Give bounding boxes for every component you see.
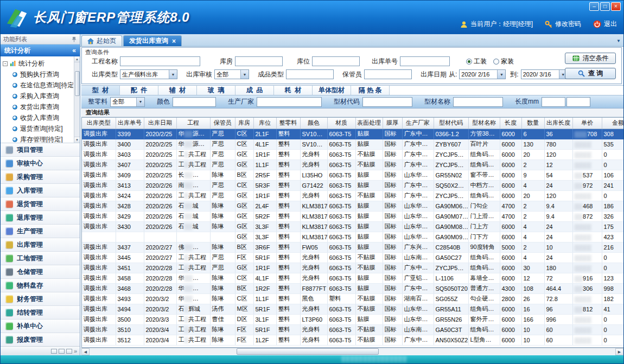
tree-item[interactable]: 预购执行查询	[3, 69, 73, 80]
column-header-3[interactable]: 出库日期	[144, 118, 176, 129]
sidebar-item-scrap[interactable]: 报废管理	[1, 333, 80, 346]
scroll-left-icon[interactable]: ◀	[81, 348, 90, 355]
date-to-picker[interactable]: 2020/ 3/16 ▼	[521, 69, 568, 79]
table-row[interactable]: 调拨出库34682020/2/28华▒▒…陈琳B区1R2F整料F8877FT60…	[82, 283, 623, 293]
table-row[interactable]: 调拨出库34452020/2/27工▒共工程严思F区5R1F整料光身料6063-…	[82, 252, 623, 263]
length-min-input[interactable]	[542, 97, 565, 107]
scrollbar-thumb[interactable]	[237, 348, 379, 355]
table-row[interactable]: 调拨出库34582020/2/28华▒▒…陈琳C区4L1F整料光身料6063-T…	[82, 273, 623, 283]
sidebar-item-return-goods[interactable]: 退货管理	[1, 197, 80, 211]
logout-button[interactable]: 退出	[604, 20, 617, 29]
sidebar-item-project[interactable]: 项目管理	[1, 143, 80, 157]
sidebar-item-finance[interactable]: 财务管理	[1, 292, 80, 306]
sidebar-item-warehouse[interactable]: 仓储管理	[1, 265, 80, 279]
warehouse-input[interactable]	[235, 56, 283, 66]
horizontal-scrollbar[interactable]: ◀ ▶	[81, 348, 623, 355]
table-row[interactable]: 调拨出库33992020/2/25华▒▒源…严思C区2L1F整料SV10…606…	[82, 129, 623, 139]
column-header-11[interactable]: 表面处理	[355, 118, 383, 129]
column-header-8[interactable]: 整零料	[276, 118, 300, 129]
table-row[interactable]: 调拨出库34132020/2/26南▒▒…严思C区5R3F整料G71422606…	[82, 180, 623, 190]
close-button[interactable]: ×	[611, 2, 621, 11]
audit-select[interactable]: 全部 ▼	[214, 69, 249, 79]
table-row[interactable]: 调拨出库34092020/2/25长▒▒…陈琳B区2R5F整料LI35HO606…	[82, 170, 623, 180]
sidebar-item-outbound[interactable]: 出库管理	[1, 238, 80, 252]
column-header-18[interactable]: 出库长度	[544, 118, 572, 129]
table-row[interactable]: 调拨出库34282020/2/26石▒▒城陈琳G区2L4F整料KLM381760…	[82, 201, 623, 211]
tree-item[interactable]: 收货入库查询	[3, 112, 73, 123]
sidebar-item-purchase[interactable]: 采购管理	[1, 170, 80, 184]
tab-start-page[interactable]: 起始页	[81, 35, 122, 46]
clear-conditions-button[interactable]: 清空条件	[565, 53, 616, 64]
color-input[interactable]	[173, 97, 216, 107]
column-header-12[interactable]: 膜厚	[383, 118, 402, 129]
tree-item[interactable]: 库存管理[待定]	[3, 134, 73, 143]
scrollbar-track[interactable]	[90, 348, 615, 355]
radio-gongzhuang[interactable]: 工装	[466, 57, 487, 66]
more-icon[interactable]: »	[74, 348, 77, 354]
material-tab-5[interactable]: 成 品	[235, 86, 274, 95]
table-row[interactable]: 调拨出库34002020/2/25华▒▒源…严思C区4L1F整料SV10…606…	[82, 139, 623, 149]
minimize-button[interactable]: –	[589, 2, 599, 11]
collapse-icon[interactable]: «	[72, 47, 76, 54]
tree-root[interactable]: - 统计分析	[3, 58, 73, 69]
tree-item[interactable]: 发货出库查询	[3, 101, 73, 112]
column-header-17[interactable]: 数量	[521, 118, 544, 129]
material-tab-7[interactable]: 单体型材	[313, 86, 351, 95]
column-header-7[interactable]: 库位	[253, 118, 276, 129]
order-no-input[interactable]	[400, 56, 450, 66]
table-row[interactable]: 调拨出库35102020/3/4工▒共工程陈琳F区5R1F整料光身料6063-T…	[82, 324, 623, 335]
column-header-4[interactable]: 工程	[176, 118, 210, 129]
sidebar-item-carryover[interactable]: 结转管理	[1, 306, 80, 320]
dock-window-icon[interactable]	[66, 349, 72, 354]
material-tab-6[interactable]: 耗 材	[274, 86, 313, 95]
table-row[interactable]: 调拨出库34372020/2/27佛▒▒…陈琳B区3R6F整料FW056063-…	[82, 242, 623, 252]
search-button[interactable]: 查 询	[565, 68, 616, 79]
column-header-9[interactable]: 颜色	[300, 118, 327, 129]
material-tab-1[interactable]: 型 材	[81, 86, 120, 95]
column-header-19[interactable]: 单价	[572, 118, 602, 129]
project-name-input[interactable]	[120, 56, 200, 66]
column-header-1[interactable]: 出库类型	[82, 118, 116, 129]
column-header-2[interactable]: 出库单号	[116, 118, 144, 129]
table-row[interactable]: 调拨出库34512020/2/28工▒共工程严思G区1R1F整料光身料6063-…	[82, 263, 623, 273]
sidebar-item-inbound[interactable]: 入库管理	[1, 184, 80, 197]
table-row[interactable]: 调拨出库34032020/2/25工▒共工程严思G区1R1F整料光身料6063-…	[82, 149, 623, 159]
table-row[interactable]: 调拨出库35002020/3/3工▒共工程曹佳D区3L1F整料LT3P60606…	[82, 314, 623, 324]
tree-item[interactable]: 采购入库查询	[3, 91, 73, 101]
table-row[interactable]: G区3L3F整料KLM38176063-T5贴膜国标山东华…GA90M09…门下…	[82, 232, 623, 242]
manufacturer-input[interactable]	[257, 97, 322, 107]
tree-toggle-icon[interactable]: -	[3, 61, 8, 66]
profile-name-input[interactable]	[453, 97, 503, 107]
tree-item[interactable]: 退货查询[待定]	[3, 123, 73, 134]
table-row[interactable]: 调拨出库34942020/3/2石▒辉城汤伟M区5R1F整料光身料6063-T5…	[82, 304, 623, 314]
tab-close-icon[interactable]: ×	[172, 37, 176, 45]
table-row[interactable]: 调拨出库34302020/2/26石▒▒城陈琳G区3L3F整料KLM381760…	[82, 221, 623, 232]
sidebar-item-audit[interactable]: 审核中心	[1, 157, 80, 170]
tree-item[interactable]: 在途信息查询[待定]	[3, 80, 73, 91]
change-password-link[interactable]: 修改密码	[555, 20, 581, 29]
column-header-16[interactable]: 长度	[500, 118, 521, 129]
column-header-20[interactable]: 金额	[602, 118, 623, 129]
column-header-13[interactable]: 生产厂家	[402, 118, 434, 129]
table-row[interactable]: 调拨出库34242020/2/26工▒共工程严思G区1R1F整料光身料6063-…	[82, 190, 623, 201]
sidebar-item-inventory[interactable]: 物料盘存	[1, 279, 80, 292]
keeper-input[interactable]	[364, 69, 412, 79]
profile-code-input[interactable]	[362, 97, 412, 107]
radio-jiazhuang[interactable]: 家装	[493, 57, 514, 66]
maximize-button[interactable]: □	[600, 2, 610, 11]
sidebar-group-statistics[interactable]: 统计分析 «	[1, 44, 80, 56]
table-row[interactable]: 调拨出库34932020/3/2华▒▒…陈琳C区1L1F整料黑色塑料不贴膜国标湖…	[82, 293, 623, 304]
sidebar-item-site[interactable]: 工地管理	[1, 252, 80, 265]
material-tab-3[interactable]: 辅 材	[158, 86, 197, 95]
scroll-right-icon[interactable]: ▶	[615, 348, 623, 355]
material-tab-4[interactable]: 玻 璃	[197, 86, 235, 95]
product-type-input[interactable]	[286, 69, 334, 79]
out-type-select[interactable]: 生产领料出库 ▼	[120, 69, 177, 79]
material-tab-8[interactable]: 隔 热 条	[351, 86, 390, 95]
date-from-picker[interactable]: 2020/ 2/16 ▼	[459, 69, 506, 79]
sidebar-item-supplement[interactable]: 补单中心	[1, 320, 80, 333]
location-input[interactable]	[312, 56, 360, 66]
length-max-input[interactable]	[566, 97, 590, 107]
scroll-up-icon[interactable]: ▲	[74, 56, 80, 62]
tree-scrollbar[interactable]: ▲ ▼	[74, 56, 80, 143]
